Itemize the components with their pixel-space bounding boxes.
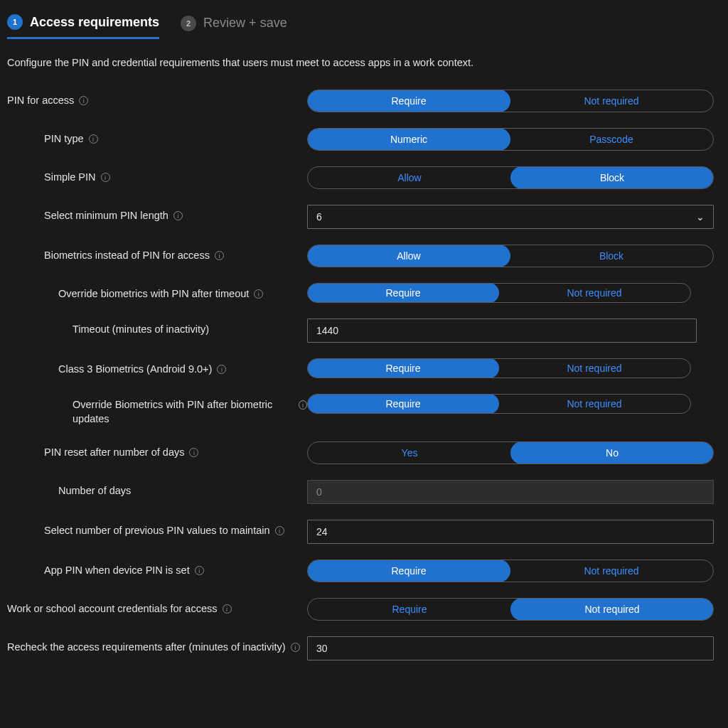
opt-no[interactable]: No <box>510 441 714 464</box>
opt-not-required[interactable]: Not required <box>498 359 690 378</box>
step-1-badge: 1 <box>7 14 23 30</box>
info-icon[interactable]: i <box>254 289 263 299</box>
tab-review-save-label: Review + save <box>203 16 287 31</box>
toggle-pin-reset[interactable]: Yes No <box>307 441 714 464</box>
label-min-pin-length: Select minimum PIN length i <box>7 205 307 223</box>
label-override-bio-updates: Override Biometrics with PIN after biome… <box>7 394 307 426</box>
info-icon[interactable]: i <box>217 365 226 374</box>
chevron-down-icon: ⌄ <box>696 211 705 223</box>
label-override-bio-timeout: Override biometrics with PIN after timeo… <box>7 283 307 301</box>
opt-numeric[interactable]: Numeric <box>307 128 510 151</box>
info-icon[interactable]: i <box>79 96 88 105</box>
select-min-pin-length[interactable]: 6 ⌄ <box>307 205 714 229</box>
label-pin-reset: PIN reset after number of days i <box>7 441 307 460</box>
info-icon[interactable]: i <box>173 211 183 220</box>
step-2-badge: 2 <box>181 16 196 31</box>
opt-require[interactable]: Require <box>307 283 499 303</box>
input-timeout[interactable] <box>307 318 697 343</box>
info-icon[interactable]: i <box>89 134 98 144</box>
opt-require[interactable]: Require <box>307 90 510 112</box>
toggle-biometrics[interactable]: Allow Block <box>307 245 714 267</box>
opt-allow[interactable]: Allow <box>307 245 510 267</box>
info-icon[interactable]: i <box>299 400 307 410</box>
opt-yes[interactable]: Yes <box>308 442 511 464</box>
select-min-pin-length-value: 6 <box>316 211 322 223</box>
page-description: Configure the PIN and credential require… <box>7 57 721 68</box>
toggle-pin-for-access[interactable]: Require Not required <box>307 90 714 112</box>
toggle-override-bio-updates[interactable]: Require Not required <box>307 394 691 414</box>
step-tabs: 1 Access requirements 2 Review + save <box>7 14 721 40</box>
label-simple-pin: Simple PIN i <box>7 166 307 185</box>
label-class3-biometrics: Class 3 Biometrics (Android 9.0+) i <box>7 358 307 377</box>
info-icon[interactable]: i <box>291 643 300 652</box>
label-number-of-days: Number of days <box>7 480 307 498</box>
label-work-creds: Work or school account credentials for a… <box>7 598 307 616</box>
toggle-app-pin-device[interactable]: Require Not required <box>307 560 714 582</box>
label-pin-type: PIN type i <box>7 128 307 146</box>
info-icon[interactable]: i <box>189 448 198 457</box>
info-icon[interactable]: i <box>275 526 284 535</box>
info-icon[interactable]: i <box>223 604 232 614</box>
opt-not-required[interactable]: Not required <box>510 560 713 582</box>
tab-access-requirements-label: Access requirements <box>30 15 159 30</box>
opt-require[interactable]: Require <box>307 560 510 582</box>
toggle-pin-type[interactable]: Numeric Passcode <box>307 128 714 151</box>
opt-require[interactable]: Require <box>308 599 511 620</box>
opt-require[interactable]: Require <box>307 358 499 378</box>
info-icon[interactable]: i <box>195 566 204 575</box>
opt-block[interactable]: Block <box>510 166 714 189</box>
toggle-simple-pin[interactable]: Allow Block <box>307 166 714 189</box>
tab-review-save[interactable]: 2 Review + save <box>181 14 287 39</box>
toggle-work-creds[interactable]: Require Not required <box>307 598 714 621</box>
label-biometrics: Biometrics instead of PIN for access i <box>7 245 307 263</box>
opt-allow[interactable]: Allow <box>308 167 511 188</box>
input-previous-pins[interactable] <box>307 520 714 544</box>
info-icon[interactable]: i <box>101 173 110 182</box>
opt-not-required[interactable]: Not required <box>498 395 690 413</box>
info-icon[interactable]: i <box>215 251 224 260</box>
opt-block[interactable]: Block <box>510 245 713 267</box>
opt-not-required[interactable]: Not required <box>510 90 713 112</box>
input-recheck[interactable] <box>307 636 714 660</box>
tab-access-requirements[interactable]: 1 Access requirements <box>7 14 159 39</box>
label-timeout: Timeout (minutes of inactivity) <box>7 318 307 337</box>
label-app-pin-device: App PIN when device PIN is set i <box>7 560 307 578</box>
opt-not-required[interactable]: Not required <box>498 284 690 302</box>
input-number-of-days <box>307 480 714 504</box>
opt-require[interactable]: Require <box>307 394 499 414</box>
label-recheck: Recheck the access requirements after (m… <box>7 636 307 655</box>
toggle-class3-biometrics[interactable]: Require Not required <box>307 358 691 378</box>
toggle-override-bio-timeout[interactable]: Require Not required <box>307 283 691 303</box>
opt-not-required[interactable]: Not required <box>510 598 714 621</box>
opt-passcode[interactable]: Passcode <box>510 129 713 150</box>
label-previous-pins: Select number of previous PIN values to … <box>7 520 307 538</box>
label-pin-for-access: PIN for access i <box>7 90 307 108</box>
